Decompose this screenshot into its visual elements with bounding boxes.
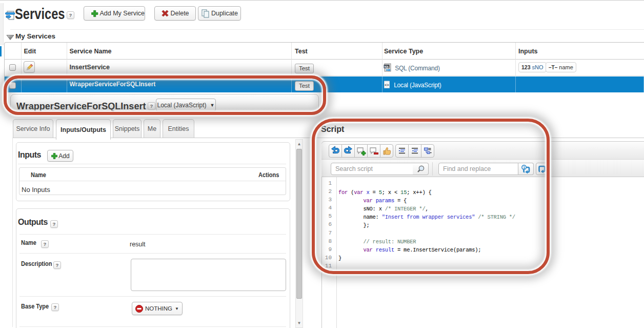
svg-text:<>: <>: [385, 83, 389, 87]
svg-text:SQL: SQL: [384, 65, 389, 68]
